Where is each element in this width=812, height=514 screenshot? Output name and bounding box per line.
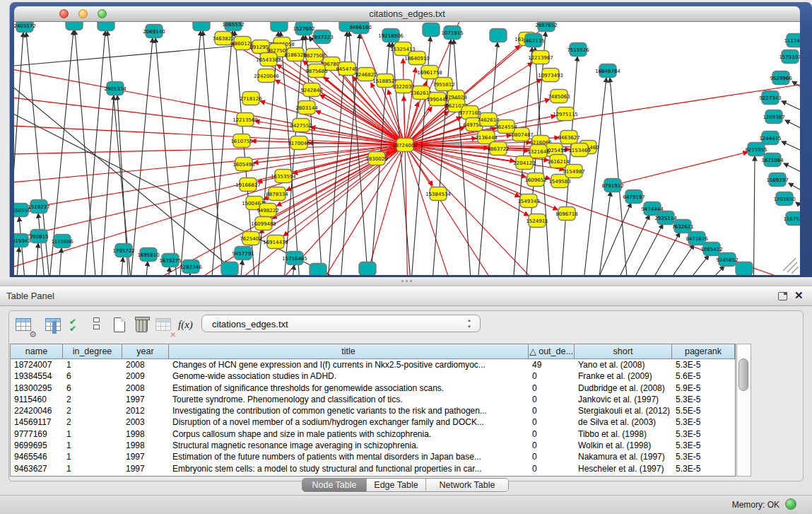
citation-edge-black[interactable]	[155, 38, 180, 275]
table-cell[interactable]: 2008	[122, 359, 169, 370]
citation-edge-red[interactable]	[613, 152, 748, 185]
table-cell[interactable]: 0	[529, 394, 575, 405]
citation-edge-black[interactable]	[594, 192, 611, 275]
graph-node[interactable]	[377, 74, 394, 88]
graph-node[interactable]	[421, 66, 438, 79]
citation-edge-black[interactable]	[753, 156, 755, 275]
citation-edge-black[interactable]	[392, 42, 413, 275]
table-cell[interactable]: 1998	[122, 428, 169, 440]
graph-node[interactable]	[538, 22, 555, 32]
table-cell[interactable]: 5.6E-5	[672, 370, 735, 382]
table-cell[interactable]: Embryonic stem cells: a model to study s…	[169, 463, 529, 474]
table-cell[interactable]: 0	[529, 428, 575, 440]
table-row[interactable]: 2242004622012Investigating the contribut…	[11, 405, 735, 416]
graph-node[interactable]	[395, 80, 412, 93]
citation-edge-black[interactable]	[99, 95, 114, 275]
table-row[interactable]: 1830029562008Estimation of significance …	[11, 382, 735, 394]
table-cell[interactable]: 0	[529, 416, 575, 428]
graph-node[interactable]	[520, 194, 537, 208]
table-cell[interactable]: 9115460	[11, 394, 63, 405]
graph-node[interactable]	[221, 262, 238, 276]
graph-node[interactable]	[359, 262, 376, 276]
table-cell[interactable]: Tibbo et al. (1998)	[575, 428, 672, 440]
citation-edge-red[interactable]	[155, 145, 405, 275]
graph-node[interactable]	[193, 22, 210, 31]
citation-edge-red[interactable]	[405, 145, 529, 216]
table-cell[interactable]: 1	[63, 428, 122, 440]
citation-edge-black[interactable]	[38, 214, 48, 275]
graph-node[interactable]	[570, 43, 587, 57]
new-table-button[interactable]	[110, 316, 130, 336]
table-cell[interactable]: Corpus callosum shape and size in male p…	[169, 428, 529, 440]
table-cell[interactable]: Disruption of a novel member of a sodium…	[169, 416, 529, 428]
table-cell[interactable]: 0	[529, 382, 575, 394]
table-cell[interactable]: 1	[63, 440, 122, 451]
citation-edge-red[interactable]	[283, 145, 405, 236]
table-cell[interactable]: 18300295	[11, 382, 63, 394]
graph-node[interactable]	[772, 71, 789, 85]
table-cell[interactable]: Tourette syndrome. Phenomenology and cla…	[169, 394, 529, 405]
graph-node[interactable]	[430, 187, 447, 201]
graph-node[interactable]	[490, 29, 507, 42]
table-cell[interactable]: 5.3E-5	[672, 394, 735, 405]
graph-node[interactable]	[368, 152, 385, 165]
graph-node[interactable]	[429, 93, 446, 106]
table-cell[interactable]: 1998	[122, 440, 169, 451]
graph-node[interactable]	[352, 22, 369, 34]
table-cell[interactable]: 18724007	[11, 359, 63, 370]
graph-node[interactable]	[657, 211, 674, 225]
graph-node[interactable]	[30, 230, 47, 243]
table-cell[interactable]: 2	[63, 416, 122, 428]
graph-node[interactable]	[293, 119, 310, 132]
graph-node[interactable]	[604, 179, 621, 192]
table-cell[interactable]: Estimation of significance thresholds fo…	[169, 382, 529, 394]
graph-node[interactable]	[225, 22, 242, 31]
table-cell[interactable]: Estimation of the future numbers of pati…	[169, 451, 529, 462]
table-cell[interactable]: 1	[63, 451, 122, 462]
table-row[interactable]: 977716911998Corpus callosum shape and si…	[11, 428, 735, 440]
column-header[interactable]: short	[575, 344, 672, 358]
graph-node[interactable]	[382, 29, 399, 42]
citation-edge-red[interactable]	[405, 145, 664, 275]
graph-node[interactable]	[435, 78, 452, 91]
table-cell[interactable]: 1	[63, 359, 122, 370]
graph-node[interactable]	[490, 142, 507, 156]
graph-node[interactable]	[599, 64, 616, 78]
graph-node[interactable]	[66, 22, 83, 30]
table-cell[interactable]: 1	[63, 463, 122, 474]
table-row[interactable]: 1872400712008Changes of HCN gene express…	[11, 359, 735, 370]
graph-node[interactable]	[115, 244, 132, 257]
citation-edge-black[interactable]	[782, 101, 800, 119]
table-settings-button[interactable]: ⚙	[14, 316, 34, 336]
table-row[interactable]: 946362711997Embryonic stem cells: a mode…	[11, 463, 735, 474]
table-row[interactable]: 1456911722003Disruption of a novel membe…	[11, 416, 735, 428]
table-row[interactable]: 946554611997Estimation of the future num…	[11, 451, 735, 462]
resize-grip[interactable]	[783, 258, 799, 274]
table-row[interactable]: 911546021997Tourette syndrome. Phenomeno…	[11, 394, 735, 405]
graph-node[interactable]	[215, 32, 232, 45]
graph-node[interactable]	[140, 248, 157, 262]
graph-node[interactable]	[310, 264, 326, 276]
graph-node[interactable]	[242, 232, 259, 245]
table-cell[interactable]: Hescheler et al. (1997)	[575, 463, 672, 474]
row-height-button[interactable]	[89, 316, 109, 336]
graph-node[interactable]	[787, 34, 800, 47]
table-cell[interactable]: 2012	[122, 405, 169, 416]
graph-node[interactable]	[736, 262, 753, 276]
graph-node[interactable]	[30, 200, 47, 214]
citation-edge-black[interactable]	[782, 141, 800, 159]
network-canvas[interactable]: 7463822886012889129541822605898275051654…	[14, 22, 800, 275]
citation-edge-black[interactable]	[127, 38, 153, 275]
table-cell[interactable]: 2	[63, 394, 122, 405]
table-cell[interactable]: Nakamura et al. (1997)	[575, 451, 672, 462]
graph-node[interactable]	[306, 49, 323, 62]
graph-node[interactable]	[748, 143, 765, 156]
graph-node[interactable]	[516, 156, 533, 170]
table-cell[interactable]: 6	[63, 382, 122, 394]
table-cell[interactable]: Stergiakouli et al. (2012)	[575, 405, 672, 416]
table-cell[interactable]: 5.3E-5	[672, 359, 735, 370]
graph-node[interactable]	[255, 217, 272, 230]
graph-node[interactable]	[234, 37, 251, 50]
table-cell[interactable]: Yano et al. (2008)	[575, 359, 672, 370]
table-cell[interactable]: Franke et al. (2009)	[575, 370, 672, 382]
